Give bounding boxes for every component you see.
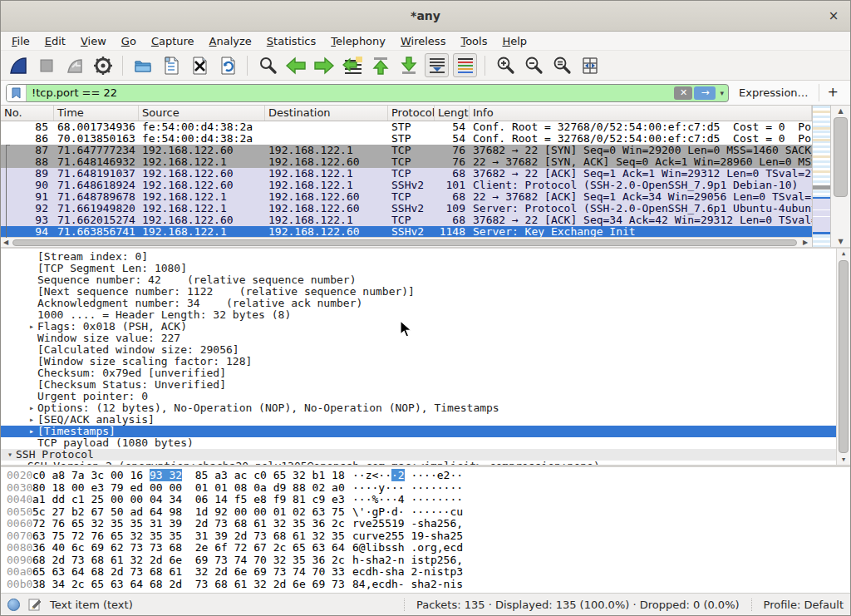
hex-ascii[interactable]: rve25519 -sha256, (352, 518, 463, 530)
column-header-info[interactable]: Info (470, 106, 812, 121)
menu-edit[interactable]: Edit (37, 33, 73, 49)
packet-list-header[interactable]: No.TimeSourceDestinationProtocolLengthIn… (1, 106, 812, 121)
hex-bytes[interactable]: 63 75 72 76 65 32 35 35 31 39 2d 73 68 6… (32, 530, 352, 543)
hex-bytes[interactable]: 80 18 00 e3 79 ed 00 00 01 01 08 0a d9 8… (32, 482, 352, 495)
hex-row-0020[interactable]: 0020c0 a8 7a 3c 00 16 93 32 85 a3 ac c0 … (1, 470, 850, 482)
hex-ascii[interactable]: ····y··· ········ (352, 482, 463, 495)
detail-row-10[interactable]: Checksum: 0x79ed [unverified] (1, 367, 850, 379)
vscroll-thumb[interactable] (834, 117, 848, 197)
menu-tools[interactable]: Tools (453, 33, 494, 49)
hex-ascii[interactable]: \'·gP·d· ······cu (352, 506, 463, 519)
detail-row-5[interactable]: 1000 .... = Header Length: 32 bytes (8) (1, 309, 850, 321)
packet-row-90[interactable]: 9071.648618924192.168.122.60192.168.122.… (1, 180, 812, 191)
filter-dropdown-icon[interactable]: ▾ (716, 89, 728, 97)
menu-analyze[interactable]: Analyze (202, 33, 259, 49)
display-filter-input[interactable]: !tcp.port == 22 ✕ → ▾ (6, 84, 729, 102)
zoom-out-button[interactable] (521, 53, 545, 77)
reload-button[interactable] (215, 53, 239, 77)
column-header-protocol[interactable]: Protocol (388, 106, 435, 121)
add-filter-button[interactable]: + (819, 84, 845, 101)
detail-row-8[interactable]: [Calculated window size: 29056] (1, 344, 850, 356)
detail-row-15[interactable]: ▸[Timestamps] (1, 426, 850, 437)
profile-text[interactable]: Profile: Default (751, 599, 844, 611)
detail-row-7[interactable]: Window size value: 227 (1, 333, 850, 344)
filter-bookmark-icon[interactable] (7, 85, 27, 101)
capture-options-button[interactable] (91, 53, 115, 77)
intelligent-scrollbar-minimap[interactable] (812, 106, 830, 247)
packet-row-92[interactable]: 9271.661949820192.168.122.1192.168.122.6… (1, 203, 812, 214)
scroll-right-icon[interactable]: ▶ (803, 238, 808, 247)
detail-row-12[interactable]: Urgent pointer: 0 (1, 391, 850, 402)
packet-row-87[interactable]: 8771.647777234192.168.122.60192.168.122.… (1, 145, 812, 156)
auto-scroll-toggle[interactable] (425, 53, 449, 77)
find-packet-button[interactable] (255, 53, 279, 77)
hex-ascii[interactable]: curve255 19-sha25 (352, 530, 463, 543)
column-header-time[interactable]: Time (54, 106, 139, 121)
collapse-icon[interactable]: ▾ (4, 449, 16, 461)
hex-row-0030[interactable]: 003080 18 00 e3 79 ed 00 00 01 01 08 0a … (1, 482, 850, 495)
hex-row-0050[interactable]: 00505c 27 b2 67 50 ad 64 98 1d 92 00 00 … (1, 506, 850, 519)
detail-row-4[interactable]: Acknowledgment number: 34 (relative ack … (1, 298, 850, 309)
menu-wireless[interactable]: Wireless (393, 33, 453, 49)
hex-bytes[interactable]: 65 63 64 68 2d 73 68 61 32 2d 6e 69 73 7… (32, 566, 352, 579)
expand-icon[interactable]: ▸ (26, 321, 37, 333)
packet-row-89[interactable]: 8971.648191037192.168.122.60192.168.122.… (1, 168, 812, 180)
hex-ascii[interactable]: 6@libssh .org,ecd (352, 542, 463, 554)
hex-bytes[interactable]: 72 76 65 32 35 35 31 39 2d 73 68 61 32 3… (32, 518, 352, 530)
expand-icon[interactable]: ▸ (16, 461, 27, 467)
packet-list-hscrollbar[interactable]: ◀ ▶ (1, 237, 812, 247)
hex-ascii[interactable]: ··z<···2 ····e2·· (352, 470, 463, 482)
menu-view[interactable]: View (73, 33, 114, 49)
expression-button[interactable]: Expression… (735, 86, 812, 99)
menu-telephony[interactable]: Telephony (323, 33, 393, 49)
restart-capture-button[interactable] (62, 53, 86, 77)
packet-list-vscrollbar[interactable]: ▲ ▼ (830, 106, 850, 247)
hex-row-00a0[interactable]: 00a065 63 64 68 2d 73 68 61 32 2d 6e 69 … (1, 566, 850, 579)
detail-row-14[interactable]: ▸[SEQ/ACK analysis] (1, 414, 850, 426)
packet-row-85[interactable]: 8568.001734936fe:54:00:d4:38:2aSTP54Conf… (1, 121, 812, 133)
expand-icon[interactable]: ▸ (26, 402, 37, 414)
close-icon[interactable]: × (825, 7, 842, 24)
scroll-up-icon[interactable]: ▲ (837, 250, 850, 257)
details-vscrollbar[interactable]: ▲ ▼ (836, 249, 850, 465)
column-header-no[interactable]: No. (1, 106, 54, 121)
detail-row-3[interactable]: [Next sequence number: 1122 (relative se… (1, 286, 850, 298)
zoom-reset-button[interactable] (549, 53, 573, 77)
hex-ascii[interactable]: ···%···4 ········ (352, 494, 463, 506)
scroll-down-icon[interactable]: ▼ (837, 456, 850, 463)
detail-row-18[interactable]: ▸SSH Version 2 (encryption:chacha20-poly… (1, 461, 850, 467)
hex-bytes[interactable]: c0 a8 7a 3c 00 16 93 32 85 a3 ac c0 65 3… (32, 470, 352, 482)
stop-capture-button[interactable] (34, 53, 58, 77)
detail-row-9[interactable]: [Window size scaling factor: 128] (1, 356, 850, 367)
scroll-down-icon[interactable]: ▼ (831, 238, 850, 245)
scroll-left-icon[interactable]: ◀ (3, 238, 8, 247)
detail-row-0[interactable]: [Stream index: 0] (1, 251, 850, 263)
menu-statistics[interactable]: Statistics (259, 33, 323, 49)
expert-info-icon[interactable] (7, 599, 20, 611)
hex-row-0060[interactable]: 006072 76 65 32 35 35 31 39 2d 73 68 61 … (1, 518, 850, 530)
detail-row-6[interactable]: ▸Flags: 0x018 (PSH, ACK) (1, 321, 850, 333)
column-header-destination[interactable]: Destination (265, 106, 388, 121)
resize-columns-button[interactable] (578, 53, 602, 77)
scroll-up-icon[interactable]: ▲ (831, 107, 850, 115)
start-capture-button[interactable] (6, 53, 30, 77)
column-header-length[interactable]: Length (435, 106, 470, 121)
detail-row-1[interactable]: [TCP Segment Len: 1080] (1, 263, 850, 274)
packet-row-88[interactable]: 8871.648146932192.168.122.1192.168.122.6… (1, 156, 812, 168)
menu-capture[interactable]: Capture (144, 33, 202, 49)
packet-row-94[interactable]: 9471.663856741192.168.122.1192.168.122.6… (1, 226, 812, 237)
packet-row-93[interactable]: 9371.662015274192.168.122.60192.168.122.… (1, 214, 812, 226)
expand-icon[interactable]: ▸ (26, 426, 37, 437)
hex-ascii[interactable]: h-sha2-n istp256, (352, 554, 463, 567)
go-to-top-button[interactable] (368, 53, 392, 77)
packet-row-86[interactable]: 8670.013850163fe:54:00:d4:38:2aSTP54Conf… (1, 133, 812, 145)
menu-help[interactable]: Help (494, 33, 534, 49)
hex-row-0070[interactable]: 007063 75 72 76 65 32 35 35 31 39 2d 73 … (1, 530, 850, 543)
detail-row-2[interactable]: Sequence number: 42 (relative sequence n… (1, 274, 850, 286)
detail-row-13[interactable]: ▸Options: (12 bytes), No-Operation (NOP)… (1, 402, 850, 414)
zoom-in-button[interactable] (493, 53, 517, 77)
hex-bytes[interactable]: 36 40 6c 69 62 73 73 68 2e 6f 72 67 2c 6… (32, 542, 352, 554)
hex-ascii[interactable]: 84,ecdh- sha2-nis (352, 579, 463, 591)
column-header-source[interactable]: Source (139, 106, 265, 121)
packet-row-91[interactable]: 9171.648789678192.168.122.1192.168.122.6… (1, 191, 812, 203)
